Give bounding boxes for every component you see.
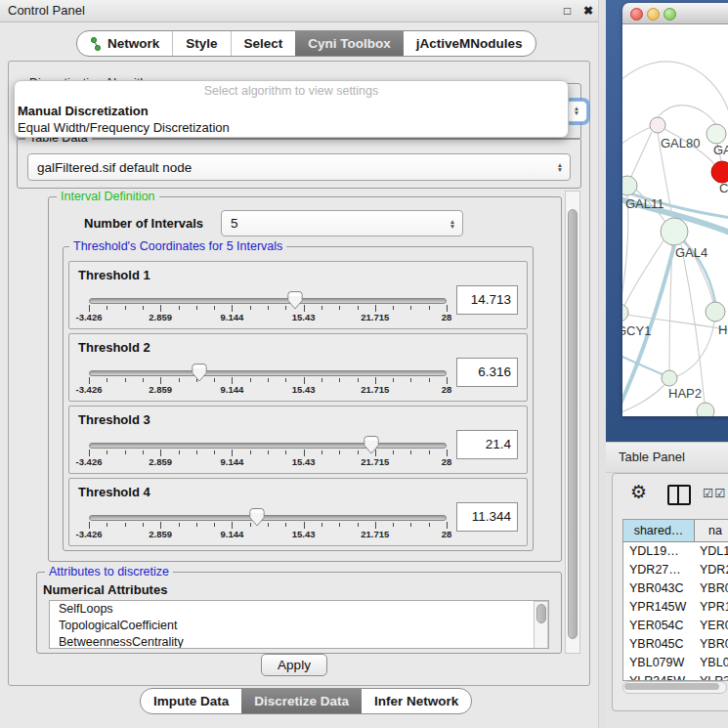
tick-label: -3.426	[76, 456, 103, 467]
network-edge[interactable]	[622, 62, 728, 114]
network-node-gal80[interactable]	[650, 117, 665, 133]
table-row[interactable]: YLR345WYLR3	[623, 672, 728, 681]
major-tick	[160, 377, 161, 384]
tab-label: Style	[186, 36, 217, 51]
major-tick	[375, 377, 376, 384]
network-node-h[interactable]	[706, 302, 725, 321]
major-tick	[89, 305, 90, 312]
bottom-tab-impute-data[interactable]: Impute Data	[141, 689, 241, 713]
numerical-attributes-list[interactable]: SelfLoopsTopologicalCoefficientBetweenne…	[49, 600, 549, 649]
apply-button[interactable]: Apply	[261, 654, 327, 676]
major-tick	[304, 522, 305, 529]
settings-vertical-scrollbar[interactable]	[565, 191, 580, 654]
table-horizontal-scrollbar[interactable]	[622, 681, 727, 694]
tab-cyni-toolbox[interactable]: Cyni Toolbox	[295, 31, 404, 56]
zoom-traffic-light-icon[interactable]	[664, 8, 676, 21]
table-row[interactable]: YBR045CYBR0	[623, 635, 728, 654]
network-edge[interactable]	[658, 106, 716, 125]
threshold-slider-4[interactable]: -3.4262.8599.14415.4321.71528	[89, 512, 447, 541]
table-row[interactable]: YBL079WYBL0	[623, 654, 728, 672]
network-node-gal11[interactable]	[622, 176, 637, 195]
table-row[interactable]: YDR27…YDR2	[623, 561, 728, 579]
slider-track[interactable]	[89, 515, 447, 521]
bottom-tab-discretize-data[interactable]: Discretize Data	[241, 689, 362, 713]
table-data-value: galFiltered.sif default node	[28, 160, 553, 175]
threshold-value-field[interactable]: 11.344	[456, 502, 518, 532]
slider-track[interactable]	[89, 443, 447, 449]
network-canvas[interactable]: GAL80GACGAL11GAL4GCY1HHAP2	[622, 24, 728, 416]
slider-thumb[interactable]	[287, 291, 303, 310]
table-data-combobox[interactable]: galFiltered.sif default node ▲▼	[27, 153, 571, 181]
network-edge[interactable]	[624, 240, 664, 306]
slider-thumb[interactable]	[192, 364, 207, 382]
checkboxes-icon[interactable]: ☑☑	[703, 486, 726, 500]
split-columns-icon[interactable]	[667, 485, 691, 505]
algorithm-combobox-focused[interactable]: ▲▼	[566, 101, 587, 122]
cell-shared-name: YBR045C	[623, 635, 700, 654]
table-row[interactable]: YPR145WYPR1	[623, 598, 728, 617]
threshold-slider-1[interactable]: -3.4262.8599.14415.4321.71528	[89, 295, 447, 324]
network-edge[interactable]	[622, 195, 628, 304]
tick-label: 28	[442, 384, 452, 395]
network-node-ga[interactable]	[707, 124, 726, 144]
network-node-gal4[interactable]	[661, 218, 688, 245]
table-row[interactable]: YBR043CYBR0	[623, 579, 728, 598]
network-edge[interactable]	[631, 132, 652, 177]
tick-label: 2.859	[149, 312, 172, 322]
network-node-gcy1[interactable]	[622, 304, 628, 321]
close-traffic-light-icon[interactable]	[630, 8, 643, 21]
app-root: Control Panel □ ✖ NetworkStyleSelectCyni…	[0, 0, 728, 728]
attribute-list-item[interactable]: TopologicalCoefficient	[50, 618, 548, 634]
threshold-slider-2[interactable]: -3.4262.8599.14415.4321.71528	[89, 367, 447, 397]
network-node-hap2[interactable]	[662, 370, 677, 386]
minor-tick	[410, 523, 411, 527]
table-row[interactable]: YER054CYER0	[623, 617, 728, 635]
threshold-panel-2: Threshold 2-3.4262.8599.14415.4321.71528…	[68, 333, 528, 402]
tab-jactivemnodules[interactable]: jActiveMNodules	[404, 31, 535, 56]
tab-network[interactable]: Network	[77, 31, 172, 56]
slider-thumb[interactable]	[249, 508, 265, 527]
list-scrollbar[interactable]	[534, 601, 548, 649]
tab-select[interactable]: Select	[231, 31, 296, 56]
tick-label: 9.144	[221, 529, 244, 539]
threshold-label: Threshold 1	[78, 268, 150, 282]
attribute-list-item[interactable]: BetweennessCentrality	[50, 634, 548, 649]
column-header-name[interactable]: na	[695, 520, 728, 541]
number-of-intervals-combobox[interactable]: 5 ▲▼	[221, 210, 463, 236]
node-table[interactable]: shared…naYDL19…YDL1YDR27…YDR2YBR043CYBR0…	[622, 519, 728, 681]
tab-style[interactable]: Style	[172, 31, 230, 56]
threshold-slider-3[interactable]: -3.4262.8599.14415.4321.71528	[89, 440, 447, 469]
minor-tick	[143, 523, 144, 527]
minor-tick	[429, 378, 430, 382]
network-node-c[interactable]	[711, 161, 728, 183]
network-node-label: H	[718, 322, 727, 337]
settings-scroll-area: Interval Definition Number of Intervals …	[17, 191, 581, 654]
network-window[interactable]: GAL80GACGAL11GAL4GCY1HHAP2	[622, 3, 728, 416]
bottom-tab-infer-network[interactable]: Infer Network	[362, 689, 471, 713]
major-tick	[304, 450, 305, 456]
minor-tick	[214, 450, 215, 454]
threshold-value-field[interactable]: 14.713	[456, 285, 518, 315]
tick-label: 21.715	[361, 384, 389, 395]
column-header-shared-name[interactable]: shared…	[623, 520, 695, 541]
close-icon[interactable]: ✖	[583, 4, 593, 18]
dropdown-option-manual-discretization[interactable]: Manual Discretization	[15, 103, 568, 119]
slider-track[interactable]	[89, 298, 447, 304]
dropdown-option-equal-width-frequency[interactable]: Equal Width/Frequency Discretization	[15, 119, 568, 136]
network-edge[interactable]	[622, 355, 667, 376]
attribute-list-item[interactable]: SelfLoops	[50, 601, 548, 618]
minimize-traffic-light-icon[interactable]	[647, 8, 660, 21]
table-data-group: Table Data galFiltered.sif default node …	[17, 138, 581, 189]
network-node[interactable]	[697, 403, 714, 416]
threshold-value-field[interactable]: 21.4	[456, 430, 518, 459]
slider-thumb[interactable]	[364, 436, 379, 454]
threshold-label: Threshold 3	[78, 412, 150, 427]
float-window-icon[interactable]: □	[564, 4, 571, 18]
cell-name: YPR1	[700, 598, 728, 617]
table-row[interactable]: YDL19…YDL1	[623, 542, 728, 561]
major-tick	[160, 450, 161, 456]
gear-icon[interactable]: ⚙	[630, 481, 647, 502]
threshold-value-field[interactable]: 6.316	[456, 358, 518, 387]
table-header-row: shared…na	[623, 520, 728, 542]
slider-track[interactable]	[89, 370, 447, 376]
